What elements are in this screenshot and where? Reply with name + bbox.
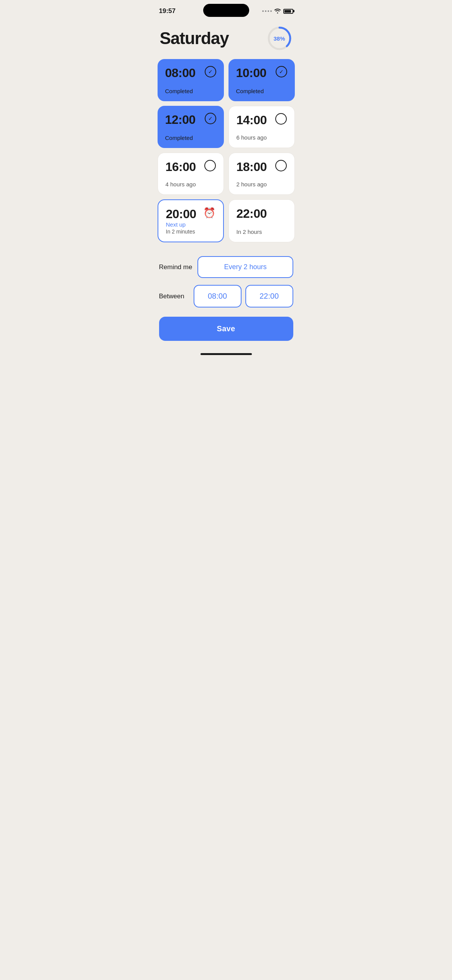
card-time: 16:00 xyxy=(166,160,196,174)
between-start-button[interactable]: 08:00 xyxy=(194,285,242,307)
card-time: 08:00 xyxy=(165,66,196,80)
card-time: 14:00 xyxy=(237,113,267,127)
schedule-card-card-1200[interactable]: 12:00 ✓ Completed xyxy=(158,106,224,148)
remind-row: Remind me Every 2 hours xyxy=(159,256,293,278)
between-label: Between xyxy=(159,293,190,300)
card-time: 12:00 xyxy=(165,113,196,127)
circle-icon xyxy=(275,113,287,125)
card-header: 10:00 ✓ xyxy=(236,66,287,80)
schedule-card-card-2200[interactable]: 22:00 In 2 hours xyxy=(228,199,295,242)
check-icon: ✓ xyxy=(205,66,216,77)
card-time: 18:00 xyxy=(237,160,267,174)
schedule-card-card-2000[interactable]: 20:00 ⏰ Next up In 2 minutes xyxy=(158,199,224,242)
progress-ring: 38% xyxy=(266,25,293,51)
card-status: Completed xyxy=(165,88,216,94)
schedule-card-card-1000[interactable]: 10:00 ✓ Completed xyxy=(228,59,295,101)
between-row: Between 08:00 22:00 xyxy=(159,285,293,307)
circle-icon xyxy=(204,160,216,171)
check-icon: ✓ xyxy=(276,66,287,77)
progress-label: 38% xyxy=(273,35,285,42)
header: Saturday 38% xyxy=(151,19,301,56)
card-header: 14:00 xyxy=(237,113,287,127)
card-status: In 2 hours xyxy=(237,229,287,235)
card-time: 22:00 xyxy=(237,207,267,221)
card-status: 6 hours ago xyxy=(237,134,287,141)
wifi-icon xyxy=(274,8,281,15)
alarm-icon: ⏰ xyxy=(203,207,215,219)
remind-label: Remind me xyxy=(159,263,192,271)
card-time: 10:00 xyxy=(236,66,266,80)
card-header: 20:00 ⏰ xyxy=(166,207,215,221)
remind-button[interactable]: Every 2 hours xyxy=(197,256,293,278)
card-status-group: Next up In 2 minutes xyxy=(166,221,215,235)
card-status: 2 hours ago xyxy=(237,181,287,187)
schedule-grid: 08:00 ✓ Completed 10:00 ✓ Completed 12:0… xyxy=(151,56,301,245)
bottom-section: Remind me Every 2 hours Between 08:00 22… xyxy=(151,245,301,349)
page-title: Saturday xyxy=(160,29,229,48)
save-button[interactable]: Save xyxy=(159,317,293,341)
schedule-card-card-1600[interactable]: 16:00 4 hours ago xyxy=(158,153,224,195)
dynamic-island xyxy=(203,4,249,17)
status-right xyxy=(262,8,293,15)
check-icon: ✓ xyxy=(205,113,216,124)
home-indicator xyxy=(201,353,252,355)
card-status: Completed xyxy=(236,88,287,94)
card-status: 4 hours ago xyxy=(166,181,216,187)
card-header: 08:00 ✓ xyxy=(165,66,216,80)
card-header: 12:00 ✓ xyxy=(165,113,216,127)
card-header: 22:00 xyxy=(237,207,287,221)
schedule-card-card-0800[interactable]: 08:00 ✓ Completed xyxy=(158,59,224,101)
card-header: 18:00 xyxy=(237,160,287,174)
circle-icon xyxy=(275,160,287,171)
card-time-label: In 2 minutes xyxy=(166,229,215,235)
battery-icon xyxy=(283,9,293,14)
schedule-card-card-1800[interactable]: 18:00 2 hours ago xyxy=(228,153,295,195)
status-time: 19:57 xyxy=(159,7,176,15)
between-end-button[interactable]: 22:00 xyxy=(245,285,293,307)
next-up-label: Next up xyxy=(166,221,215,228)
card-time: 20:00 xyxy=(166,207,196,221)
card-status: Completed xyxy=(165,135,216,141)
schedule-card-card-1400[interactable]: 14:00 6 hours ago xyxy=(228,106,295,148)
signal-icon xyxy=(262,10,272,12)
card-header: 16:00 xyxy=(166,160,216,174)
